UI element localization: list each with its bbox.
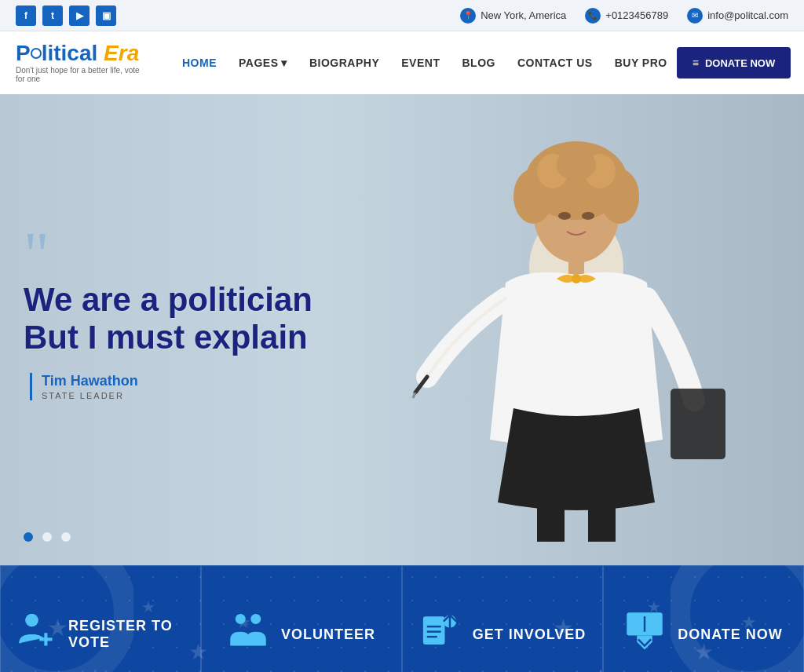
svg-rect-35 [423, 616, 445, 645]
cta-grid: REGISTER TO VOTE VOLUNTEER [0, 565, 804, 672]
social-icons: f t ▶ ▣ [16, 5, 116, 26]
hero-person [411, 110, 741, 565]
nav-contact[interactable]: CONTACT US [508, 50, 602, 75]
svg-point-33 [236, 614, 246, 624]
nav-home[interactable]: HOME [173, 50, 226, 75]
nav-buy-pro[interactable]: BUY PRO [605, 50, 677, 75]
nav-blog[interactable]: BLOG [452, 50, 504, 75]
hero-title: We are a politician But I must explain [24, 281, 322, 357]
nav-event[interactable]: EVENT [392, 50, 449, 75]
register-label: REGISTER TO VOTE [68, 618, 185, 651]
slider-dot-1[interactable] [24, 532, 33, 542]
register-icon [16, 610, 56, 659]
phone-item: 📞 +0123456789 [585, 8, 668, 24]
email-item: ✉ info@politcal.com [687, 8, 788, 24]
donate-cta-label: DONATE NOW [678, 626, 783, 643]
slider-dots [24, 532, 71, 542]
svg-point-34 [250, 614, 261, 624]
nav-pages[interactable]: PAGES ▾ [229, 50, 297, 75]
logo-political: Plitical [16, 41, 104, 65]
svg-point-30 [25, 614, 38, 626]
logo-tagline: Don't just hope for a better life, vote … [16, 66, 141, 83]
dropdown-arrow-icon: ▾ [281, 57, 287, 69]
header: Plitical Era Don't just hope for a bette… [0, 31, 804, 94]
instagram-icon[interactable]: ▣ [96, 5, 116, 26]
donate-icon: ≡ [693, 57, 699, 69]
location-icon: 📍 [460, 8, 476, 24]
svg-rect-15 [537, 495, 565, 542]
location-item: 📍 New York, America [460, 8, 566, 24]
cta-register[interactable]: REGISTER TO VOTE [0, 565, 201, 672]
person-illustration [411, 110, 741, 565]
contact-info: 📍 New York, America 📞 +0123456789 ✉ info… [460, 8, 788, 24]
youtube-icon[interactable]: ▶ [69, 5, 90, 26]
cta-section: ★ ★ ★ ★ ★ ★ ★ ★ ★ ★ REGISTER TO VOTE [0, 565, 804, 672]
phone-text: +0123456789 [605, 9, 668, 21]
svg-rect-14 [671, 389, 725, 459]
email-text: info@politcal.com [707, 9, 788, 21]
slider-dot-2[interactable] [42, 532, 52, 542]
involved-label: GET INVOLVED [473, 626, 587, 643]
hero-section: " We are a politician But I must explain… [0, 94, 804, 565]
donate-label: DONATE NOW [705, 57, 775, 69]
cta-involved[interactable]: GET INVOLVED [402, 565, 603, 672]
svg-rect-16 [588, 495, 616, 542]
hero-author-name: Tim Hawathon [42, 373, 322, 389]
quote-mark: " [24, 236, 322, 273]
involved-icon [419, 610, 460, 659]
donate-button[interactable]: ≡ DONATE NOW [677, 47, 791, 79]
cta-donate[interactable]: DONATE NOW [603, 565, 804, 672]
email-icon: ✉ [687, 8, 703, 24]
slider-dot-3[interactable] [61, 532, 71, 542]
location-text: New York, America [481, 9, 566, 21]
svg-point-8 [558, 212, 571, 220]
phone-icon: 📞 [585, 8, 601, 24]
svg-point-11 [572, 274, 581, 283]
hero-author-title: STATE LEADER [42, 391, 322, 400]
svg-line-13 [413, 393, 415, 398]
volunteer-label: VOLUNTEER [281, 626, 375, 643]
logo[interactable]: Plitical Era Don't just hope for a bette… [16, 42, 141, 83]
nav-biography[interactable]: BIOGRAPHY [300, 50, 389, 75]
twitter-icon[interactable]: t [42, 5, 63, 26]
svg-point-9 [582, 212, 594, 220]
hero-content: " We are a politician But I must explain… [24, 236, 322, 400]
top-bar: f t ▶ ▣ 📍 New York, America 📞 +012345678… [0, 0, 804, 31]
logo-era: Era [104, 41, 139, 65]
svg-point-7 [557, 149, 596, 181]
main-nav: HOME PAGES ▾ BIOGRAPHY EVENT BLOG CONTAC… [173, 50, 677, 75]
cta-volunteer[interactable]: VOLUNTEER [201, 565, 402, 672]
volunteer-icon [228, 610, 269, 659]
donate-cta-icon [624, 610, 665, 659]
hero-author: Tim Hawathon STATE LEADER [30, 373, 322, 400]
facebook-icon[interactable]: f [16, 5, 36, 26]
